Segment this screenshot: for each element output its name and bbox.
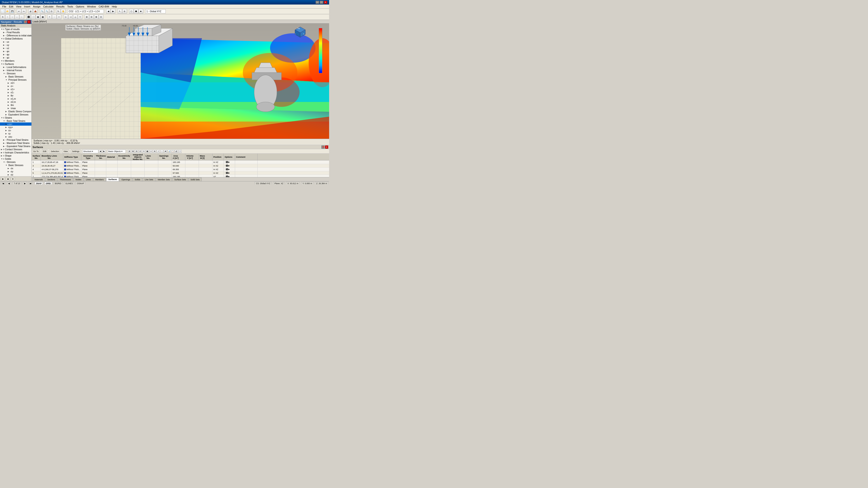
tree-item-30[interactable]: ▶●εx+ [0,123,31,126]
tb2-19[interactable]: ⊠ [94,15,98,19]
tree-item-2[interactable]: ▶○Differences to initial state [0,34,31,37]
tab-surface-sets[interactable]: Surface Sets [172,177,188,181]
status-nav-last[interactable]: ▶| [29,182,33,185]
status-nav-first[interactable]: |◀ [1,182,5,185]
tb2-3[interactable]: → [10,15,14,19]
menu-file[interactable]: File [1,4,8,8]
tab-thicknesses[interactable]: Thicknesses [58,177,73,181]
tb-zoom-fit[interactable]: ⊡ [49,9,54,13]
nav-footer-btn2[interactable]: ◆ [6,177,10,181]
tree-item-36[interactable]: ▶○Maximum Total Strains [0,141,31,144]
tree-item-18[interactable]: ▶·σ+ [0,85,31,88]
res-tb-icon5[interactable]: ✕ [142,150,145,153]
tab-materials[interactable]: Materials [33,177,45,181]
res-tb-icon2[interactable]: ⊠ [131,150,134,153]
table-row-3[interactable]: 51,2,4,271,270,65,28,313,66,267,265,2Wit… [32,171,329,175]
tab-line-sets[interactable]: Line Sets [143,177,155,181]
tree-item-46[interactable]: ▶·σz [0,173,31,176]
status-grid[interactable]: GRID [44,182,52,185]
maximize-button[interactable]: □ [320,1,323,4]
res-tb-icon1[interactable]: ⊞ [128,150,131,153]
tree-item-28[interactable]: ▼⊞Strains [0,116,31,119]
tree-item-34[interactable]: ▶·γxy- [0,135,31,138]
tb2-5[interactable]: ← [20,15,24,19]
res-basic-objects-dropdown[interactable]: Basic Objects ▾ [107,150,126,153]
tree-item-20[interactable]: ▶·σ1- [0,91,31,94]
tree-item-37[interactable]: ▶○Equivalent Total Strains [0,144,31,148]
tree-item-35[interactable]: ▶○Principal Total Strains [0,138,31,141]
tree-item-0[interactable]: ▼⊞Type of results [0,28,31,31]
table-row-0[interactable]: 116,17,28,65-47,18Without Thick...Plane1… [32,160,329,164]
res-prev-btn[interactable]: ◀ [99,150,102,153]
res-tb-icon7[interactable]: ≡ [149,150,153,153]
tree-item-21[interactable]: ▶·θσ [0,94,31,97]
tree-item-11[interactable]: ▼⊞Surfaces [0,62,31,66]
tb-undo[interactable]: ↩ [17,9,21,13]
tb2-4[interactable]: ↓ [15,15,19,19]
table-row-2[interactable]: 44-9,268,37-58,270Without Thick...Plane6… [32,168,329,171]
results-close-button[interactable]: × [325,145,328,149]
tree-item-29[interactable]: ▼○Basic Total Strains [0,119,31,123]
tree-item-42[interactable]: ▼○Stresses [0,160,31,164]
status-nav-prev[interactable]: ◀ [7,182,11,185]
tree-item-41[interactable]: ▼⊞Solids [0,157,31,160]
tb-print[interactable]: 🖨 [28,9,33,13]
tree-item-19[interactable]: ▶·σ1+ [0,88,31,91]
tb-new[interactable]: 📄 [0,9,5,13]
tree-item-27[interactable]: ▶·Equivalent Stresses [0,113,31,116]
menu-assign[interactable]: Assign [32,4,42,8]
tab-surfaces[interactable]: Surfaces [106,177,119,181]
tb-open[interactable]: 📂 [5,9,10,13]
menu-window[interactable]: Window [86,4,97,8]
results-selection[interactable]: Selection [50,150,60,153]
res-tb-icon13[interactable]: 📋 [171,150,174,153]
tab-openings[interactable]: Openings [119,177,132,181]
tb2-6[interactable]: ⬛ [26,15,31,19]
close-button[interactable]: ✕ [324,1,327,4]
nav-footer-btn3[interactable]: ⊕ [11,177,15,181]
res-structure-dropdown[interactable]: Structure ▾ [83,150,98,153]
nav-footer-btn1[interactable]: ▶ [1,177,5,181]
menu-insert[interactable]: Insert [23,4,32,8]
results-view[interactable]: View [62,150,69,153]
res-next-btn[interactable]: ▶ [102,150,105,153]
tb2-17[interactable]: ⊞ [85,15,89,19]
res-tb-icon8[interactable]: ⊕ [153,150,156,153]
res-tb-icon9[interactable]: f [157,150,160,153]
nav-close-button[interactable]: × [27,20,31,24]
tree-item-15[interactable]: ▶·Basic Stresses [0,75,31,78]
tb-save[interactable]: 💾 [10,9,14,13]
menu-cadbim[interactable]: CAD-BIM [97,4,110,8]
res-tb-icon10[interactable]: ↑ [160,150,163,153]
tb-solid[interactable]: ⬢ [134,9,138,13]
tb-next[interactable]: ▶ [111,9,115,13]
tree-item-33[interactable]: ▶·εy [0,132,31,135]
tree-item-8[interactable]: ▶○φy [0,53,31,56]
results-goto[interactable]: Go To [32,150,40,153]
tab-member-sets[interactable]: Member Sets [156,177,172,181]
tb-redo[interactable]: ↪ [22,9,26,13]
tb2-11[interactable]: - [52,15,57,19]
menu-calculate[interactable]: Calculate [42,4,55,8]
tb2-16[interactable]: ▽ [78,15,82,19]
menu-results[interactable]: Results [55,4,66,8]
tree-item-25[interactable]: ▶·τmax [0,107,31,110]
tree-item-5[interactable]: ▶○uy [0,43,31,46]
table-row-1[interactable]: 319-26,36-45,27Without Thick...Plane50.0… [32,164,329,168]
tb-prev[interactable]: ◀ [106,9,111,13]
res-tb-icon3[interactable]: ⊟ [135,150,138,153]
tab-solids[interactable]: Solids [133,177,143,181]
menu-edit[interactable]: Edit [8,4,15,8]
tb2-9[interactable]: ▩ [40,15,45,19]
tb2-13[interactable]: ▷ [64,15,68,19]
tree-item-24[interactable]: ▶·θm [0,103,31,107]
tree-item-45[interactable]: ▶·σy [0,170,31,173]
tree-item-44[interactable]: ▶·σx [0,167,31,170]
status-nav-next[interactable]: ▶ [23,182,27,185]
res-tb-icon15[interactable]: ? [178,150,182,153]
status-bgrid[interactable]: BGRID [54,182,63,185]
tb2-14[interactable]: ◁ [68,15,73,19]
tree-item-17[interactable]: ▶·σ2+ [0,81,31,85]
tree-item-31[interactable]: ▶·εyy+ [0,126,31,129]
status-osnap[interactable]: OSNAP [76,182,85,185]
